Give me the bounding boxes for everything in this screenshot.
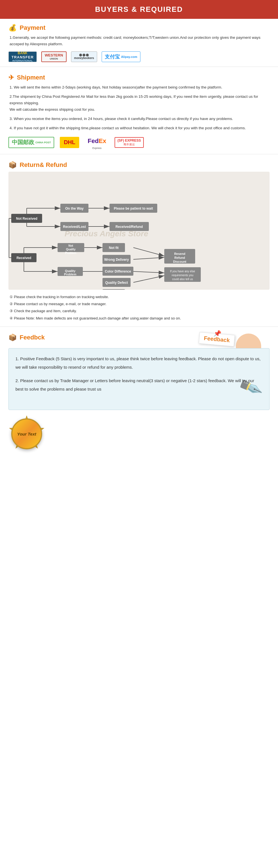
svg-text:Please be patient to wait: Please be patient to wait [114,207,153,211]
svg-text:On the Way: On the Way [65,207,84,211]
svg-text:Wrong Delivery: Wrong Delivery [104,258,129,261]
return-note-3: ③ Check the package and Item, carefully. [9,308,270,314]
shipment-label: Shipment [17,74,45,81]
svg-text:Quality: Quality [65,269,75,273]
svg-text:Problem: Problem [65,251,76,255]
payment-section: 💰 Payment 1.Generally, we accept the fol… [0,19,278,65]
svg-text:Received/Refund: Received/Refund [115,225,143,229]
feedback-person-head [242,336,255,349]
svg-text:could also tell us: could also tell us [172,278,193,281]
pen-icon: ✒️ [235,368,266,407]
fedex-sub-label: Express [92,147,102,150]
return-icon: 📦 [8,161,17,169]
page-header: BUYERS & REQUIRED [0,0,278,19]
shipment-icon: ✈ [8,73,14,82]
svg-text:Refund: Refund [174,256,185,259]
svg-text:Problem: Problem [64,273,76,276]
flowchart-svg: Precious Angels Store Not Received On th… [8,172,270,290]
bank-transfer-logo: BANK TRANSFER INTERNATIONAL [8,52,37,62]
svg-text:Color Difference: Color Difference [105,270,131,273]
svg-text:Discount: Discount [173,260,186,263]
svg-text:Quality: Quality [66,248,75,251]
dhl-logo: DHL [60,137,79,148]
payment-title: 💰 Payment [8,24,270,32]
return-note-1: ① Please check the tracking in formation… [9,293,270,300]
svg-text:Not: Not [69,244,73,247]
fedex-logo: FedEx [85,135,109,147]
moneybookers-logo: moneybookers [71,52,97,62]
feedback-point-1: 1. Positive Feedback (5 Stars) is very i… [15,354,263,371]
gold-badge-text: Your Text [17,432,36,436]
feedback-label: Feedbck [20,334,45,341]
return-note-4: ④ Please Note: Men made defects are not … [9,315,270,321]
shipping-logos: 中国邮政 CHINA POST DHL FedEx Express (SF) E… [8,135,270,150]
svg-rect-56 [103,289,125,290]
western-union-logo: WESTERN UNION [41,52,67,62]
feedback-icon: 📦 [8,334,17,341]
shipment-point-2: 2.The shipment by China Post Registered … [9,94,270,113]
alipay-logo: 支付宝 Alipay.com [102,52,140,62]
return-label: Return& Refund [20,161,67,168]
gold-badge: Your Text [8,415,45,452]
feedback-section: 📦 Feedbck 📌 Feedback 1. Positive Feedbac… [0,329,278,458]
return-title: 📦 Return& Refund [8,161,270,169]
shipment-section: ✈ Shipment 1. We will sent the items wit… [0,68,278,152]
return-note-2: ② Please contact us by meesage, e-mail, … [9,301,270,307]
feedback-content-area: 1. Positive Feedback (5 Stars) is very i… [8,348,270,410]
svg-text:If you have any else: If you have any else [170,270,195,273]
return-notes: ① Please check the tracking in formation… [8,293,270,322]
chinapost-logo: 中国邮政 CHINA POST [8,137,54,148]
svg-text:Received/Lost: Received/Lost [63,225,85,229]
shipment-point-1: 1. We will sent the items within 2-5days… [9,84,270,91]
feedback-pin: 📌 [213,330,221,338]
shipment-title: ✈ Shipment [8,73,270,82]
return-section: 📦 Return& Refund Precious Angels Store N… [0,156,278,325]
feedback-card: 📌 Feedback [199,332,235,347]
payment-logos: BANK TRANSFER INTERNATIONAL WESTERN UNIO… [8,52,270,62]
gold-badge-inner: Your Text [11,418,42,449]
svg-text:Quality Defect: Quality Defect [105,281,128,285]
shipment-content: ✈ Shipment 1. We will sent the items wit… [8,73,270,150]
feedback-point-2: 2. Please contact us by Trade Manager or… [15,376,263,393]
gold-badge-area: Your Text [8,415,270,452]
fedex-logo-container: FedEx Express [85,135,109,150]
shipment-point-4: 4. If you have not got it within the shi… [9,125,270,131]
svg-text:Received: Received [16,256,31,260]
payment-body: 1.Generally, we accept the following pay… [8,35,270,48]
payment-label: Payment [20,24,45,31]
payment-icon: 💰 [8,24,17,32]
shipment-body: 1. We will sent the items within 2-5days… [8,84,270,131]
shipment-point-3: 3. When you receive the items you ordere… [9,116,270,122]
sf-logo: (SF) EXPRESS 顺丰速运 [114,137,143,148]
svg-text:Not fit: Not fit [109,246,119,250]
svg-text:Resend: Resend [174,252,185,255]
svg-text:Not Received: Not Received [16,217,37,221]
svg-text:requirements you: requirements you [172,274,193,277]
